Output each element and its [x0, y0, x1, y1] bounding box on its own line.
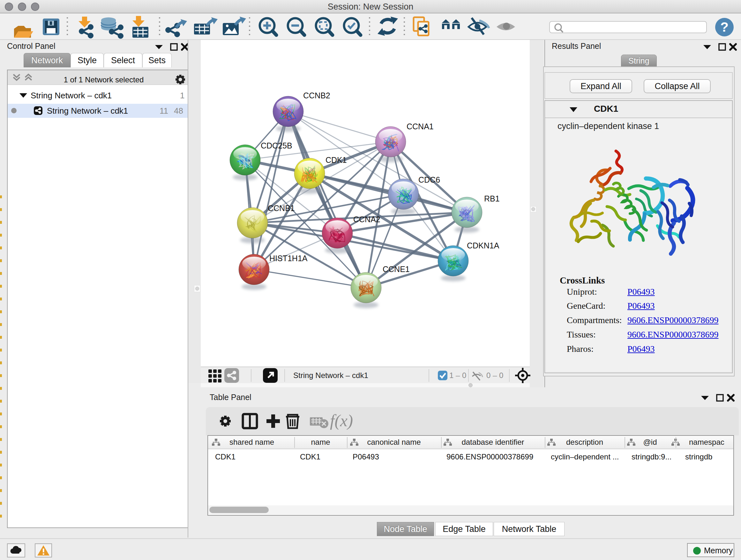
- svg-text:CCNE1: CCNE1: [383, 265, 410, 273]
- svg-text:HIST1H1A: HIST1H1A: [269, 254, 308, 263]
- svg-text:CDK1: CDK1: [326, 155, 347, 165]
- svg-text:CDC25B: CDC25B: [261, 141, 292, 150]
- svg-text:CCNA2: CCNA2: [353, 215, 381, 224]
- svg-text:CCNB2: CCNB2: [303, 91, 330, 100]
- svg-text:CCNA1: CCNA1: [407, 122, 434, 131]
- svg-text:f(x): f(x): [330, 412, 353, 430]
- svg-text:1 of 1 Network selected: 1 of 1 Network selected: [64, 75, 144, 84]
- svg-text:RB1: RB1: [484, 194, 500, 203]
- svg-text:CCNB1: CCNB1: [268, 204, 295, 212]
- svg-text:CDKN1A: CDKN1A: [467, 241, 499, 250]
- svg-text:CDC6: CDC6: [418, 175, 440, 184]
